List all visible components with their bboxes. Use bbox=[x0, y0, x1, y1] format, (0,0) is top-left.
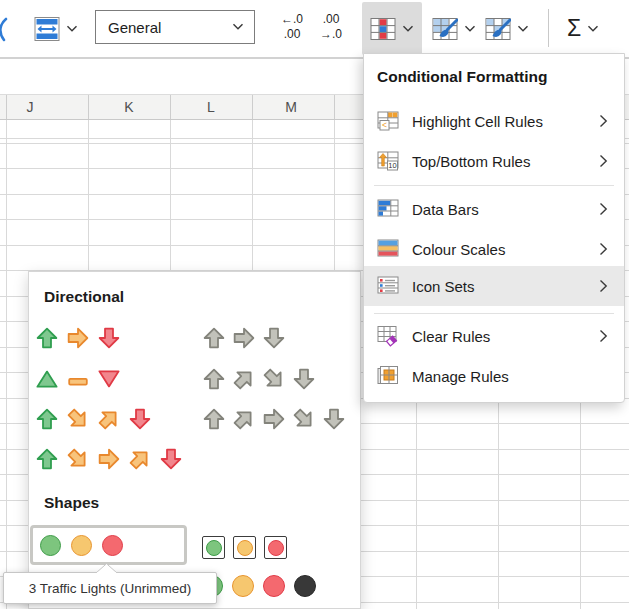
icon-set-3-traffic-lights-rimmed[interactable] bbox=[202, 536, 287, 559]
arrow-right-grey-icon bbox=[263, 408, 285, 430]
chevron-down-icon bbox=[587, 25, 599, 33]
menu-item-icon-sets[interactable]: Icon Sets bbox=[364, 266, 624, 306]
number-format-select[interactable]: General bbox=[95, 10, 255, 44]
svg-text:10: 10 bbox=[388, 161, 396, 170]
decrease-decimal-bottom: →.0 bbox=[320, 27, 342, 41]
increase-decimal-button[interactable]: ←.0.00 bbox=[270, 12, 314, 42]
menu-item-label: Colour Scales bbox=[412, 241, 599, 258]
chevron-right-icon bbox=[599, 154, 608, 168]
circle-red-icon bbox=[102, 535, 123, 556]
arrow-down-right-orange-icon bbox=[67, 448, 89, 470]
column-header-j[interactable]: J bbox=[10, 99, 50, 115]
menu-item-top-bottom-rules[interactable]: 10 Top/Bottom Rules bbox=[364, 141, 624, 181]
circle-green-icon bbox=[40, 535, 61, 556]
menu-title: Conditional Formatting bbox=[377, 68, 547, 86]
arrow-up-right-grey-icon bbox=[233, 368, 255, 390]
menu-item-label: Icon Sets bbox=[412, 278, 599, 295]
arrow-right-grey-icon bbox=[233, 327, 255, 349]
menu-item-manage-rules[interactable]: Manage Rules bbox=[364, 356, 624, 396]
cell-styles-icon bbox=[485, 16, 511, 42]
svg-text:<: < bbox=[382, 120, 387, 130]
chevron-down-icon bbox=[517, 25, 529, 33]
sigma-icon: Σ bbox=[567, 15, 581, 42]
column-header-l[interactable]: L bbox=[191, 99, 231, 115]
menu-item-clear-rules[interactable]: Clear Rules bbox=[364, 316, 624, 356]
ribbon-toolbar: General ←.0.00 .00→.0 bbox=[0, 0, 629, 59]
icon-set-5-arrows-coloured[interactable] bbox=[36, 448, 182, 470]
format-as-table-button[interactable] bbox=[428, 2, 480, 55]
arrow-down-right-grey-icon bbox=[263, 368, 285, 390]
arrow-down-grey-icon bbox=[293, 368, 315, 390]
arrow-up-green-icon bbox=[36, 327, 58, 349]
icon-sets-submenu: Directional bbox=[28, 271, 361, 609]
cell-styles-button[interactable] bbox=[481, 2, 533, 55]
decrease-decimal-top: .00 bbox=[323, 12, 340, 26]
menu-item-label: Clear Rules bbox=[412, 328, 599, 345]
spreadsheet-app: J K L M General bbox=[0, 0, 629, 609]
menu-separator bbox=[374, 313, 614, 314]
column-header-m[interactable]: M bbox=[271, 99, 311, 115]
rimmed-circle-green-icon bbox=[202, 536, 225, 559]
icon-set-3-arrows-coloured[interactable] bbox=[36, 327, 120, 349]
arrow-down-grey-icon bbox=[263, 327, 285, 349]
arrow-down-red-icon bbox=[160, 448, 182, 470]
manage-rules-icon bbox=[377, 365, 399, 387]
conditional-formatting-menu: Conditional Formatting < Highlight Cell … bbox=[363, 53, 625, 403]
menu-item-data-bars[interactable]: Data Bars bbox=[364, 189, 624, 229]
arrow-up-right-grey-icon bbox=[233, 408, 255, 430]
decrease-decimal-button[interactable]: .00→.0 bbox=[310, 12, 352, 42]
menu-item-highlight-cell-rules[interactable]: < Highlight Cell Rules bbox=[364, 101, 624, 141]
rimmed-circle-orange-icon bbox=[233, 536, 256, 559]
chevron-right-icon bbox=[599, 202, 608, 216]
menu-item-label: Highlight Cell Rules bbox=[412, 113, 599, 130]
chevron-down-icon bbox=[66, 25, 78, 33]
icon-set-4-arrows-grey[interactable] bbox=[203, 368, 315, 390]
triangle-up-green-icon bbox=[36, 368, 58, 390]
arrow-down-right-grey-icon bbox=[293, 408, 315, 430]
arrow-right-orange-icon bbox=[67, 327, 89, 349]
chevron-right-icon bbox=[599, 242, 608, 256]
tooltip: 3 Traffic Lights (Unrimmed) bbox=[3, 572, 217, 604]
conditional-formatting-button[interactable] bbox=[362, 2, 422, 55]
circle-black-icon bbox=[294, 575, 316, 597]
autosum-button[interactable]: Σ bbox=[557, 2, 609, 55]
circle-orange-icon bbox=[71, 535, 92, 556]
icon-set-5-arrows-grey[interactable] bbox=[203, 408, 345, 430]
icon-set-3-arrows-grey[interactable] bbox=[203, 327, 285, 349]
chevron-right-icon bbox=[599, 114, 608, 128]
chevron-down-icon bbox=[232, 23, 254, 31]
triangle-down-red-icon bbox=[98, 368, 120, 390]
icon-set-3-triangles[interactable] bbox=[36, 368, 120, 390]
menu-separator bbox=[374, 185, 614, 186]
increase-decimal-top: ←.0 bbox=[281, 12, 303, 26]
arrow-right-orange-icon bbox=[98, 448, 120, 470]
tooltip-text: 3 Traffic Lights (Unrimmed) bbox=[29, 581, 192, 596]
circle-red-icon bbox=[263, 575, 285, 597]
menu-item-colour-scales[interactable]: Colour Scales bbox=[364, 229, 624, 269]
colour-scales-icon bbox=[377, 238, 399, 260]
dash-orange-icon bbox=[67, 368, 89, 390]
arrow-up-grey-icon bbox=[203, 368, 225, 390]
merge-center-icon bbox=[34, 16, 60, 42]
menu-item-label: Data Bars bbox=[412, 201, 599, 218]
icon-set-3-traffic-lights-unrimmed[interactable] bbox=[30, 525, 187, 565]
chevron-right-icon bbox=[599, 279, 608, 293]
arrow-up-green-icon bbox=[36, 448, 58, 470]
arrow-down-red-icon bbox=[129, 408, 151, 430]
toolbar-separator bbox=[548, 9, 549, 47]
arrow-up-grey-icon bbox=[203, 327, 225, 349]
chevron-down-icon bbox=[402, 25, 414, 33]
arrow-up-right-orange-icon bbox=[98, 408, 120, 430]
merge-center-button[interactable] bbox=[30, 2, 82, 55]
arrow-up-grey-icon bbox=[203, 408, 225, 430]
arrow-down-grey-icon bbox=[323, 408, 345, 430]
number-format-value: General bbox=[96, 19, 232, 36]
column-header-k[interactable]: K bbox=[109, 99, 149, 115]
icon-set-4-traffic-lights[interactable] bbox=[201, 575, 316, 597]
icon-sets-icon bbox=[377, 275, 399, 297]
shapes-section-title: Shapes bbox=[44, 494, 99, 512]
icon-set-4-arrows-coloured[interactable] bbox=[36, 408, 151, 430]
circle-orange-icon bbox=[232, 575, 254, 597]
rimmed-circle-red-icon bbox=[264, 536, 287, 559]
format-as-table-icon bbox=[432, 16, 458, 42]
